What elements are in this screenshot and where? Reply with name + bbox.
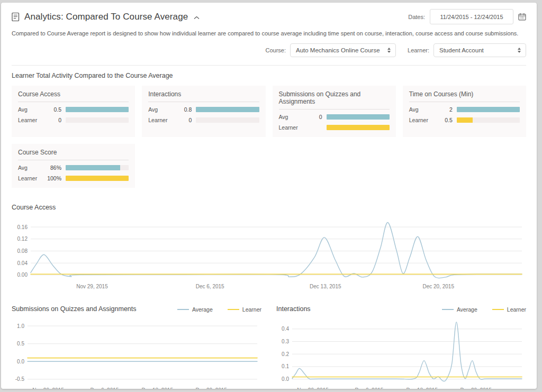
card-course-access: Course Access Avg 0.5 Learner 0 (12, 86, 135, 137)
legend-label: Learner (242, 306, 261, 313)
page-title: Analytics: Compared To Course Average (24, 12, 188, 22)
learner-select-value: Student Account (439, 47, 484, 53)
card-row-learner: Learner 0 (148, 117, 259, 123)
svg-text:Nov 29, 2015: Nov 29, 2015 (297, 387, 329, 389)
svg-text:0.5: 0.5 (17, 341, 24, 347)
legend-label: Average (192, 306, 213, 313)
select-updown-arrows-icon (387, 48, 391, 53)
chart-title-interactions: Interactions (276, 305, 311, 313)
svg-text:0.0: 0.0 (282, 376, 289, 382)
avg-bar (66, 107, 129, 112)
card-row-learner: Learner 0.5 (409, 117, 520, 123)
course-access-chart-block: Course Access 0.000.040.080.120.16Nov 29… (12, 202, 526, 290)
card-row-avg: Avg 2 (409, 106, 520, 113)
svg-text:-0.5: -0.5 (15, 376, 25, 382)
svg-text:Nov 29, 2015: Nov 29, 2015 (76, 284, 108, 289)
card-title: Course Score (18, 149, 129, 160)
svg-text:0.16: 0.16 (17, 224, 28, 230)
legend-line-icon (442, 309, 454, 310)
avg-bar (66, 165, 129, 170)
interactions-line-chart: 0.00.10.20.30.4Nov 29, 2015Dec 6, 2015De… (276, 316, 526, 389)
legend-label: Average (457, 306, 477, 313)
svg-text:Dec 6, 2015: Dec 6, 2015 (90, 387, 119, 389)
calendar-icon[interactable] (518, 13, 526, 21)
chart-legend: AverageLearner (177, 306, 261, 313)
legend-line-icon (177, 309, 189, 310)
legend-item-learner: Learner (228, 306, 261, 313)
card-row-avg: Avg 0.5 (18, 106, 129, 113)
svg-text:Dec 20, 2015: Dec 20, 2015 (195, 387, 227, 389)
card-title: Submissions on Quizzes and Assignments (279, 90, 390, 110)
learner-bar (327, 125, 390, 130)
learner-label: Learner: (408, 47, 429, 53)
legend-line-icon (492, 309, 504, 310)
learner-bar (66, 117, 129, 123)
legend-line-icon (228, 309, 239, 310)
svg-text:Dec 6, 2015: Dec 6, 2015 (355, 387, 383, 389)
learner-select[interactable]: Student Account (433, 43, 526, 57)
card-title: Course Access (18, 90, 129, 102)
submissions-chart-block: Submissions on Quizzes and Assignments A… (12, 303, 261, 389)
card-submissions: Submissions on Quizzes and Assignments A… (273, 86, 396, 137)
legend-label: Learner (507, 306, 526, 313)
card-row-learner: Learner 100% (18, 175, 129, 181)
course-label: Course: (265, 47, 286, 53)
svg-text:0.0: 0.0 (17, 359, 24, 364)
header: Analytics: Compared To Course Average Da… (12, 9, 526, 24)
summary-cards: Course Access Avg 0.5 Learner 0 Interact… (12, 86, 526, 188)
chart-legend: AverageLearner (442, 306, 526, 313)
svg-text:0.1: 0.1 (282, 363, 289, 369)
card-title: Time on Courses (Min) (409, 90, 520, 102)
svg-text:Dec 6, 2015: Dec 6, 2015 (196, 284, 224, 289)
card-row-learner: Learner 0 (18, 117, 129, 123)
svg-text:Nov 29, 2015: Nov 29, 2015 (32, 387, 64, 389)
card-time-on-courses: Time on Courses (Min) Avg 2 Learner 0.5 (403, 86, 526, 137)
card-row-learner: Learner (279, 124, 390, 131)
dates-range-input[interactable] (430, 9, 513, 24)
svg-text:Dec 13, 2015: Dec 13, 2015 (141, 387, 173, 389)
learner-bar (457, 117, 520, 123)
avg-bar (196, 107, 259, 112)
bottom-charts-row: Submissions on Quizzes and Assignments A… (12, 303, 526, 389)
report-description: Compared to Course Average report is des… (12, 30, 526, 37)
learner-bar (196, 117, 259, 123)
card-course-score: Course Score Avg 86% Learner 100% (12, 144, 135, 188)
avg-bar (327, 114, 390, 120)
analytics-dashboard-page: Analytics: Compared To Course Average Da… (1, 3, 537, 389)
legend-item-average: Average (177, 306, 213, 313)
dates-label: Dates: (408, 14, 425, 20)
legend-item-learner: Learner (492, 306, 526, 313)
course-access-line-chart: 0.000.040.080.120.16Nov 29, 2015Dec 6, 2… (12, 214, 526, 290)
svg-text:0.08: 0.08 (17, 248, 28, 254)
card-row-avg: Avg 0 (279, 114, 390, 120)
svg-text:0.12: 0.12 (17, 236, 28, 242)
interactions-chart-block: Interactions AverageLearner 0.00.10.20.3… (276, 303, 526, 389)
card-title: Interactions (148, 90, 259, 102)
svg-text:Dec 20, 2015: Dec 20, 2015 (460, 387, 492, 389)
svg-text:Dec 20, 2015: Dec 20, 2015 (422, 284, 454, 289)
svg-text:1.0: 1.0 (17, 323, 24, 329)
course-select-value: Auto Mechanics Online Course (296, 47, 380, 53)
card-interactions: Interactions Avg 0.8 Learner 0 (142, 86, 265, 137)
legend-item-average: Average (442, 306, 477, 313)
collapse-chevron-up-icon[interactable] (194, 16, 200, 20)
svg-text:0.2: 0.2 (282, 351, 289, 357)
svg-text:Dec 13, 2015: Dec 13, 2015 (406, 387, 438, 389)
course-select[interactable]: Auto Mechanics Online Course (290, 43, 396, 57)
avg-bar (457, 107, 520, 112)
card-row-avg: Avg 86% (18, 165, 129, 171)
filters: Course: Auto Mechanics Online Course Lea… (12, 43, 526, 57)
svg-text:0.04: 0.04 (17, 260, 28, 266)
report-document-icon (12, 12, 20, 22)
summary-section: Learner Total Activity Compared to the C… (12, 65, 526, 188)
submissions-line-chart: 1.00.50.0-0.5Nov 29, 2015Dec 6, 2015Dec … (12, 316, 261, 389)
chart-title-submissions: Submissions on Quizzes and Assignments (12, 305, 137, 313)
svg-text:Dec 13, 2015: Dec 13, 2015 (310, 284, 341, 289)
svg-text:0.4: 0.4 (282, 326, 289, 332)
summary-section-title: Learner Total Activity Compared to the C… (12, 72, 526, 79)
chart-title-course-access: Course Access (12, 204, 56, 211)
svg-text:0.00: 0.00 (17, 272, 28, 278)
learner-bar (66, 176, 129, 181)
card-row-avg: Avg 0.8 (148, 106, 259, 113)
svg-text:0.3: 0.3 (282, 339, 289, 344)
